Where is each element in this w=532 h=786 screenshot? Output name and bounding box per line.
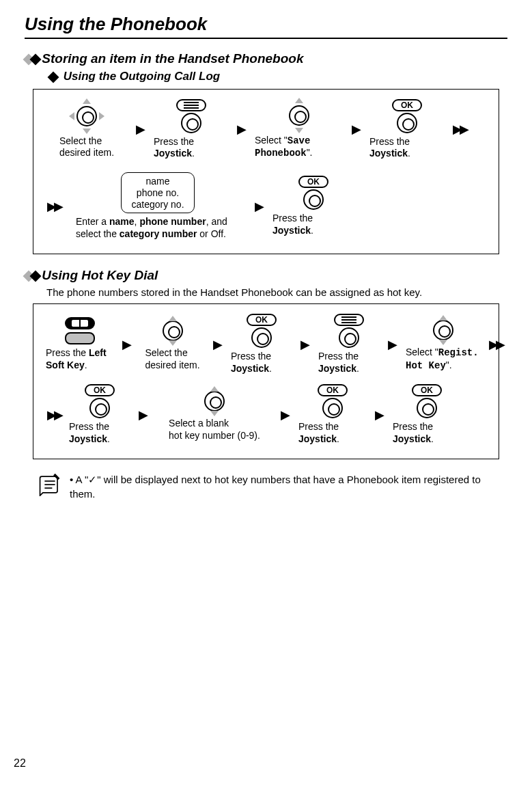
step-label: Press the Joystick. xyxy=(231,348,292,375)
flow-box-hotkey: Press the Left Soft Key. ▶ Select thedes… xyxy=(33,303,499,459)
arrow-icon: ▶ xyxy=(137,407,150,422)
ok-button-icon: OK xyxy=(85,384,115,418)
step-label: Press the Joystick. xyxy=(298,418,367,445)
joystick-updown-icon xyxy=(283,99,316,132)
arrow-icon: ▶ xyxy=(121,337,133,352)
arrow-icon: ▶ xyxy=(253,199,266,214)
arrow-icon: ▶ xyxy=(374,407,386,422)
flow-box-outgoing: Select the desired item. ▶ Press the Joy… xyxy=(33,89,499,254)
section-subheading-outgoing: Using the Outgoing Call Log xyxy=(49,70,507,83)
step-label: Select "Regist. Hot Key". xyxy=(406,344,481,372)
arrow-icon: ▶ xyxy=(212,337,224,352)
step-label: Press the Joystick. xyxy=(393,418,461,445)
menu-button-icon xyxy=(334,314,364,348)
ok-button-icon: OK xyxy=(247,314,277,348)
note-row: • A "✓" will be displayed next to hot ke… xyxy=(38,473,499,501)
section-heading-hotkey: Using Hot Key Dial xyxy=(25,268,507,284)
step-label: Enter a name, phone number, and select t… xyxy=(76,213,240,240)
section-heading-text: Storing an item in the Handset Phonebook xyxy=(42,51,303,66)
entry-fields-box: name phone no. category no. xyxy=(121,172,194,213)
section-heading-text: Using Hot Key Dial xyxy=(42,268,158,282)
arrow-icon: ▶ xyxy=(135,122,147,137)
step-label: Select a blankhot key number (0-9). xyxy=(169,415,260,442)
ok-button-icon: OK xyxy=(392,99,422,133)
ok-button-icon: OK xyxy=(412,384,442,418)
note-text: • A "✓" will be displayed next to hot ke… xyxy=(70,473,499,501)
section-intro: The phone numbers stored in the Handset … xyxy=(46,286,499,298)
step-label: Press the Joystick. xyxy=(272,210,354,236)
step-label: Press the Left Soft Key. xyxy=(46,344,114,371)
note-icon xyxy=(38,473,61,496)
arrow-icon: ▶ xyxy=(299,337,311,352)
arrow-icon: ▶▶ xyxy=(451,122,468,137)
step-label: Select thedesired item. xyxy=(145,344,199,371)
joystick-updown-icon xyxy=(159,317,186,344)
arrow-icon: ▶▶ xyxy=(46,199,62,214)
joystick-4way-icon xyxy=(70,100,103,133)
joystick-updown-icon xyxy=(430,316,457,344)
ok-button-icon: OK xyxy=(298,176,328,210)
diamond-icon xyxy=(25,52,38,67)
arrow-icon: ▶ xyxy=(350,122,363,137)
entry-phone: phone no. xyxy=(131,187,184,199)
arrow-icon: ▶ xyxy=(387,337,399,352)
arrow-icon: ▶ xyxy=(279,407,292,422)
section-subheading-text: Using the Outgoing Call Log xyxy=(64,70,220,83)
page-title: Using the Phonebook xyxy=(25,14,507,39)
diamond-icon xyxy=(48,71,59,83)
step-label: Press the Joystick. xyxy=(318,348,380,375)
step-label: Select "Save Phonebook". xyxy=(255,132,344,160)
left-softkey-icon xyxy=(65,317,95,344)
ok-button-icon: OK xyxy=(318,384,348,418)
menu-button-icon xyxy=(176,99,206,133)
step-label: Press the Joystick. xyxy=(154,133,229,160)
entry-category: category no. xyxy=(131,199,184,211)
step-label: Select the desired item. xyxy=(59,133,114,159)
step-label: Press the Joystick. xyxy=(69,418,130,445)
step-label: Press the Joystick. xyxy=(369,133,445,160)
arrow-icon: ▶ xyxy=(236,122,248,137)
diamond-icon xyxy=(25,269,38,284)
joystick-updown-icon xyxy=(201,388,228,415)
arrow-icon: ▶▶ xyxy=(488,337,504,352)
arrow-icon: ▶▶ xyxy=(46,407,62,422)
section-heading-storing: Storing an item in the Handset Phonebook xyxy=(25,51,507,67)
entry-name: name xyxy=(131,176,184,187)
